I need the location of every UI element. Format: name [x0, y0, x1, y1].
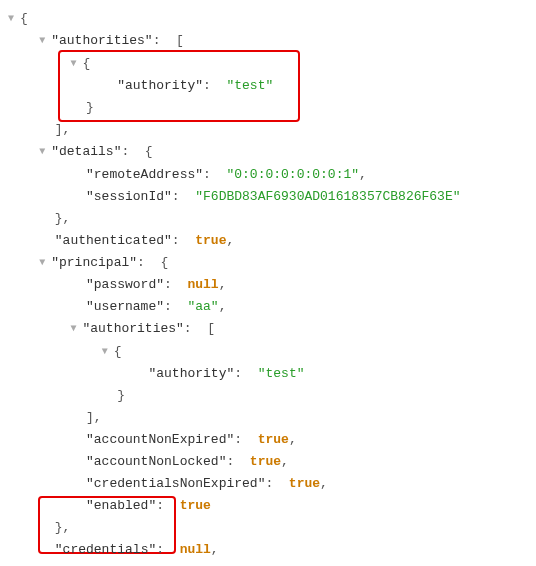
line-details-close: }, — [8, 208, 528, 230]
line-authenticated: "authenticated": true, — [8, 230, 528, 252]
chevron-down-icon[interactable]: ▼ — [39, 30, 51, 52]
line-remoteaddress: "remoteAddress": "0:0:0:0:0:0:0:1", — [8, 164, 528, 186]
chevron-down-icon[interactable]: ▼ — [8, 8, 20, 30]
line-sessionid: "sessionId": "F6DBD83AF6930AD01618357CB8… — [8, 186, 528, 208]
json-tree-viewer: ▼{ ▼"authorities": [ ▼{ "authority": "te… — [8, 8, 528, 566]
line-pauth-obj-open: ▼{ — [8, 341, 528, 363]
line-root-open: ▼{ — [8, 8, 528, 30]
line-details-key: ▼"details": { — [8, 141, 528, 163]
line-auth-obj-open: ▼{ — [8, 53, 528, 75]
line-password: "password": null, — [8, 274, 528, 296]
line-principal-authorities-key: ▼"authorities": [ — [8, 318, 528, 340]
chevron-down-icon[interactable]: ▼ — [70, 318, 82, 340]
line-username: "username": "aa", — [8, 296, 528, 318]
line-authorities-close: ], — [8, 119, 528, 141]
line-auth-obj-close: } — [8, 97, 528, 119]
line-principal-authorities-close: ], — [8, 407, 528, 429]
chevron-down-icon[interactable]: ▼ — [70, 53, 82, 75]
line-pauth-value: "authority": "test" — [8, 363, 528, 385]
line-authorities-key: ▼"authorities": [ — [8, 30, 528, 52]
line-pauth-obj-close: } — [8, 385, 528, 407]
line-credentials: "credentials": null, — [8, 539, 528, 561]
line-accountnonexpired: "accountNonExpired": true, — [8, 429, 528, 451]
line-principal-close: }, — [8, 517, 528, 539]
line-principal-key: ▼"principal": { — [8, 252, 528, 274]
chevron-down-icon[interactable]: ▼ — [102, 341, 114, 363]
chevron-down-icon[interactable]: ▼ — [39, 252, 51, 274]
line-name: "name": "aa" — [8, 561, 528, 566]
line-accountnonlocked: "accountNonLocked": true, — [8, 451, 528, 473]
line-authority-value: "authority": "test" — [8, 75, 528, 97]
line-enabled: "enabled": true — [8, 495, 528, 517]
line-credentialsnonexpired: "credentialsNonExpired": true, — [8, 473, 528, 495]
chevron-down-icon[interactable]: ▼ — [39, 141, 51, 163]
